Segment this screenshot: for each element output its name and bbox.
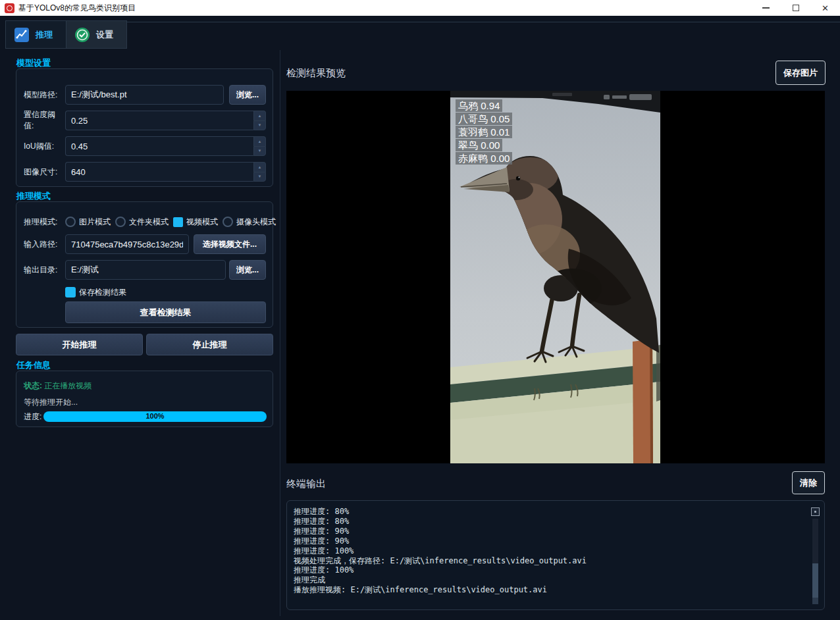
maximize-button[interactable] <box>781 0 810 16</box>
radio-camera-mode-label: 摄像头模式 <box>236 217 276 228</box>
radio-checked-icon <box>173 217 183 227</box>
progress-value: 100% <box>43 412 267 420</box>
detection-label: 蓑羽鹤 0.01 <box>456 126 512 138</box>
view-results-button[interactable]: 查看检测结果 <box>65 301 266 323</box>
inference-mode-group: 推理模式: 图片模式 文件夹模式 视频模式 摄像头模式 <box>16 201 273 328</box>
close-button[interactable]: ✕ <box>810 0 840 16</box>
video-frame: 乌鸦 0.94 八哥鸟 0.05 蓑羽鹤 0.01 翠鸟 0.00 赤麻鸭 0.… <box>450 91 660 463</box>
radio-folder-mode-label: 文件夹模式 <box>129 217 169 228</box>
confidence-spinbox: ▲▼ <box>65 111 266 130</box>
tab-inference[interactable]: 推理 <box>5 20 66 49</box>
radio-folder-mode[interactable]: 文件夹模式 <box>115 217 169 228</box>
terminal-line: 推理进度: 80% <box>294 517 806 527</box>
model-browse-button[interactable]: 浏览... <box>229 85 266 105</box>
start-inference-button[interactable]: 开始推理 <box>16 334 143 355</box>
terminal-line: 推理进度: 80% <box>294 507 806 517</box>
status-line: 状态: 正在播放视频 <box>24 380 92 392</box>
maximize-icon <box>793 5 799 11</box>
panel-divider <box>280 50 280 616</box>
model-path-label: 模型路径: <box>24 90 65 101</box>
app-icon <box>5 3 14 13</box>
select-video-button[interactable]: 选择视频文件... <box>194 234 266 254</box>
radio-unchecked-icon <box>65 217 76 227</box>
task-info-group: 状态: 正在播放视频 等待推理开始... 进度: 100% <box>16 371 273 427</box>
model-settings-group: 模型路径: 浏览... 置信度阈值: ▲▼ IoU阈值: ▲▼ 图像尺寸: ▲▼ <box>16 68 273 187</box>
detection-label: 赤麻鸭 0.00 <box>456 152 512 165</box>
save-results-label: 保存检测结果 <box>79 287 126 298</box>
detection-label: 乌鸦 0.94 <box>456 99 502 112</box>
radio-unchecked-icon <box>115 217 126 227</box>
radio-video-mode-label: 视频模式 <box>186 217 218 228</box>
mode-label: 推理模式: <box>24 217 65 228</box>
scrollbar-thumb[interactable] <box>812 563 818 598</box>
output-dir-label: 输出目录: <box>24 265 65 276</box>
tab-inference-label: 推理 <box>36 29 53 41</box>
radio-video-mode[interactable]: 视频模式 <box>173 217 218 228</box>
radio-unchecked-icon <box>223 217 233 227</box>
save-results-checkbox[interactable]: 保存检测结果 <box>65 287 126 298</box>
radio-image-mode-label: 图片模式 <box>79 217 111 228</box>
tabbar: 推理 设置 <box>5 20 127 49</box>
confidence-up-icon[interactable]: ▲ <box>253 111 266 120</box>
minimize-button[interactable] <box>751 0 781 16</box>
model-path-input[interactable] <box>65 85 224 105</box>
terminal-line: 推理完成 <box>294 575 806 585</box>
iou-up-icon[interactable]: ▲ <box>253 136 266 146</box>
clear-terminal-button[interactable]: 清除 <box>792 471 825 494</box>
radio-camera-mode[interactable]: 摄像头模式 <box>223 217 276 228</box>
terminal-scrollbar[interactable] <box>811 507 820 604</box>
titlebar: 基于YOLOv8的常见鸟类识别项目 ✕ <box>0 0 840 16</box>
status-prefix: 状态: <box>24 381 42 390</box>
iou-label: IoU阈值: <box>24 141 65 152</box>
detection-label: 八哥鸟 0.05 <box>456 113 512 125</box>
confidence-down-icon[interactable]: ▼ <box>253 120 266 131</box>
terminal-output[interactable]: 推理进度: 80% 推理进度: 80% 推理进度: 90% 推理进度: 90% … <box>286 500 825 610</box>
window-controls: ✕ <box>751 0 840 16</box>
window-title: 基于YOLOv8的常见鸟类识别项目 <box>18 3 136 14</box>
scroll-up-icon[interactable] <box>811 507 820 516</box>
line-chart-icon <box>14 27 30 43</box>
terminal-line: 推理进度: 90% <box>294 536 806 546</box>
check-circle-icon <box>74 27 90 43</box>
stop-inference-button[interactable]: 停止推理 <box>146 334 273 355</box>
tab-settings-label: 设置 <box>96 29 113 41</box>
iou-input[interactable] <box>65 136 253 156</box>
input-path-label: 输入路径: <box>24 239 65 250</box>
iou-spinbox: ▲▼ <box>65 136 266 156</box>
confidence-input[interactable] <box>65 111 253 130</box>
detection-labels: 乌鸦 0.94 八哥鸟 0.05 蓑羽鹤 0.01 翠鸟 0.00 赤麻鸭 0.… <box>456 99 512 165</box>
imgsize-label: 图像尺寸: <box>24 167 65 178</box>
terminal-line: 推理进度: 90% <box>294 527 806 536</box>
confidence-label: 置信度阈值: <box>24 109 65 132</box>
progress-bar: 100% <box>43 411 267 422</box>
preview-title: 检测结果预览 <box>286 67 346 80</box>
minimize-icon <box>762 7 770 9</box>
terminal-title: 终端输出 <box>286 478 326 490</box>
close-icon: ✕ <box>822 4 829 13</box>
tab-settings[interactable]: 设置 <box>66 20 127 49</box>
progress-label: 进度: <box>24 411 43 423</box>
waiting-text: 等待推理开始... <box>24 397 78 408</box>
progress-row: 进度: 100% <box>24 411 267 422</box>
terminal-line: 播放推理视频: E:/测试\inference_results\video_ou… <box>294 585 806 595</box>
imgsize-input[interactable] <box>65 162 253 182</box>
input-path-input[interactable] <box>65 234 189 254</box>
terminal-line: 视频处理完成，保存路径: E:/测试\inference_results\vid… <box>294 556 806 566</box>
status-value: 正在播放视频 <box>44 381 92 390</box>
terminal-line: 推理进度: 100% <box>294 546 806 556</box>
iou-down-icon[interactable]: ▼ <box>253 146 266 157</box>
imgsize-up-icon[interactable]: ▲ <box>253 162 266 172</box>
terminal-line: 推理进度: 100% <box>294 565 806 575</box>
output-dir-input[interactable] <box>65 260 226 280</box>
video-preview-area: 乌鸦 0.94 八哥鸟 0.05 蓑羽鹤 0.01 翠鸟 0.00 赤麻鸭 0.… <box>286 91 825 463</box>
detection-label: 翠鸟 0.00 <box>456 139 502 151</box>
app-window: 基于YOLOv8的常见鸟类识别项目 ✕ 推理 设置 模型设置 <box>0 0 840 620</box>
radio-image-mode[interactable]: 图片模式 <box>65 217 111 228</box>
imgsize-down-icon[interactable]: ▼ <box>253 172 266 182</box>
scrollbar-track[interactable] <box>812 519 818 604</box>
tabbar-topline <box>5 22 840 22</box>
output-browse-button[interactable]: 浏览... <box>229 260 266 280</box>
save-image-button[interactable]: 保存图片 <box>775 61 826 85</box>
checkbox-checked-icon <box>65 287 76 297</box>
mode-radio-group: 图片模式 文件夹模式 视频模式 摄像头模式 <box>65 217 276 228</box>
